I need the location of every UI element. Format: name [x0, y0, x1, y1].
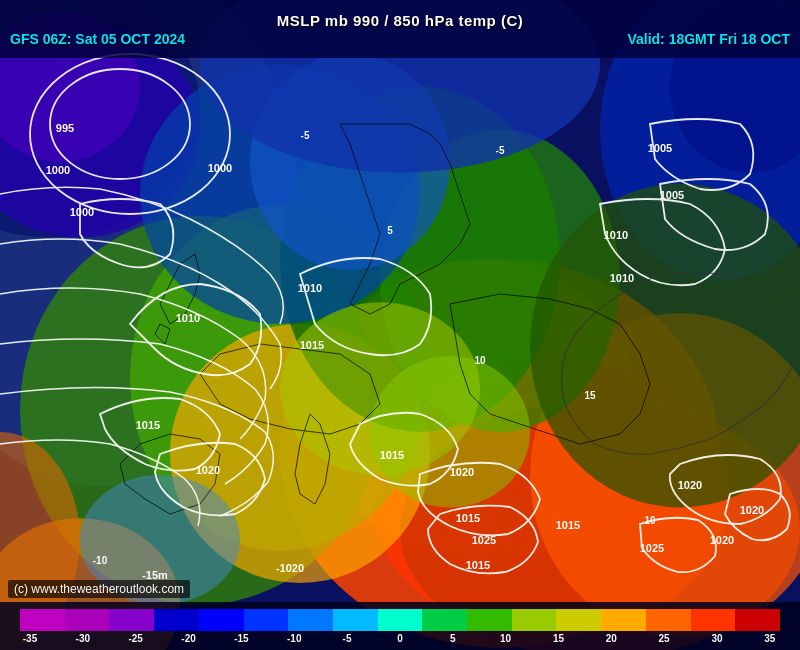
svg-text:1010: 1010: [176, 312, 200, 324]
svg-text:1020: 1020: [450, 466, 474, 478]
cb-label-1: -30: [73, 633, 93, 644]
svg-text:1025: 1025: [472, 534, 496, 546]
colorbar: [20, 609, 780, 631]
svg-text:1005: 1005: [648, 142, 672, 154]
cb-label-10: 15: [548, 633, 568, 644]
svg-text:1015: 1015: [300, 339, 324, 351]
watermark: (c) www.theweatheroutlook.com: [8, 580, 190, 598]
svg-text:1000: 1000: [70, 206, 94, 218]
cb-label-5: -10: [284, 633, 304, 644]
cb-seg-11: [512, 609, 557, 631]
cb-label-8: 5: [443, 633, 463, 644]
cb-seg-9: [422, 609, 467, 631]
svg-text:1015: 1015: [136, 419, 160, 431]
map-header: MSLP mb 990 / 850 hPa temp (C) GFS 06Z: …: [0, 0, 800, 58]
cb-seg-3: [154, 609, 199, 631]
svg-text:1000: 1000: [46, 164, 70, 176]
svg-text:1015: 1015: [466, 559, 490, 571]
svg-text:1020: 1020: [678, 479, 702, 491]
cb-label-13: 30: [707, 633, 727, 644]
cb-seg-6: [288, 609, 333, 631]
svg-text:15: 15: [584, 390, 596, 401]
cb-label-12: 25: [654, 633, 674, 644]
valid-time: Valid: 18GMT Fri 18 OCT: [627, 31, 790, 47]
cb-seg-0: [20, 609, 65, 631]
cb-seg-4: [199, 609, 244, 631]
cb-seg-5: [244, 609, 289, 631]
svg-text:1020: 1020: [710, 534, 734, 546]
cb-label-4: -15: [231, 633, 251, 644]
cb-label-11: 20: [601, 633, 621, 644]
svg-text:1025: 1025: [640, 542, 664, 554]
svg-text:1020: 1020: [740, 504, 764, 516]
svg-text:-5: -5: [496, 145, 505, 156]
run-info: GFS 06Z: Sat 05 OCT 2024: [10, 31, 185, 47]
map-title: MSLP mb 990 / 850 hPa temp (C): [277, 12, 523, 29]
svg-text:1010: 1010: [298, 282, 322, 294]
svg-text:995: 995: [56, 122, 74, 134]
svg-text:1005: 1005: [660, 189, 684, 201]
cb-seg-13: [601, 609, 646, 631]
svg-text:-5: -5: [301, 130, 310, 141]
cb-label-14: 35: [760, 633, 780, 644]
svg-text:1015: 1015: [456, 512, 480, 524]
svg-point-27: [30, 54, 230, 214]
svg-text:1010: 1010: [604, 229, 628, 241]
cb-label-2: -25: [126, 633, 146, 644]
cb-seg-15: [691, 609, 736, 631]
svg-text:1015: 1015: [380, 449, 404, 461]
colorbar-labels: -35 -30 -25 -20 -15 -10 -5 0 5 10 15 20 …: [20, 633, 780, 644]
cb-seg-14: [646, 609, 691, 631]
cb-label-3: -20: [179, 633, 199, 644]
cb-seg-7: [333, 609, 378, 631]
cb-seg-12: [556, 609, 601, 631]
svg-text:1015: 1015: [556, 519, 580, 531]
cb-label-7: 0: [390, 633, 410, 644]
svg-text:-1020: -1020: [276, 562, 304, 574]
svg-text:10: 10: [644, 515, 656, 526]
cb-label-9: 10: [496, 633, 516, 644]
svg-text:1010: 1010: [610, 272, 634, 284]
cb-seg-16: [735, 609, 780, 631]
cb-label-6: -5: [337, 633, 357, 644]
svg-text:1020: 1020: [196, 464, 220, 476]
map-container: 995 1000 1000 1000 1005 1005 1010 1010 1…: [0, 0, 800, 650]
cb-label-0: -35: [20, 633, 40, 644]
cb-seg-2: [109, 609, 154, 631]
cb-seg-1: [65, 609, 110, 631]
svg-text:1000: 1000: [208, 162, 232, 174]
svg-text:-10: -10: [93, 555, 108, 566]
svg-text:10: 10: [474, 355, 486, 366]
svg-text:5: 5: [387, 225, 393, 236]
colorbar-container: -35 -30 -25 -20 -15 -10 -5 0 5 10 15 20 …: [0, 602, 800, 650]
cb-seg-10: [467, 609, 512, 631]
cb-seg-8: [378, 609, 423, 631]
